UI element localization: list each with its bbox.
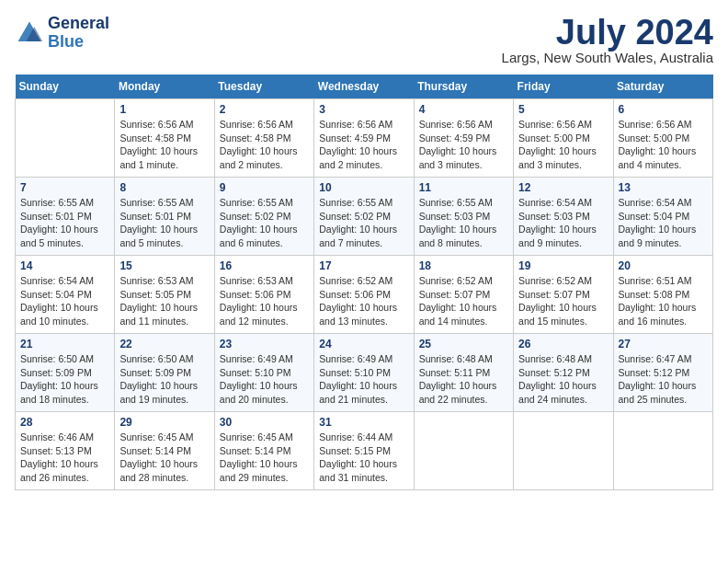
calendar-cell: 3Sunrise: 6:56 AM Sunset: 4:59 PM Daylig… [314, 99, 414, 178]
month-title: July 2024 [502, 15, 713, 50]
calendar-cell: 11Sunrise: 6:55 AM Sunset: 5:03 PM Dayli… [414, 178, 513, 256]
calendar-cell: 10Sunrise: 6:55 AM Sunset: 5:02 PM Dayli… [314, 178, 414, 256]
calendar-cell [613, 412, 712, 490]
day-number: 17 [319, 259, 408, 272]
day-number: 28 [20, 416, 109, 429]
day-number: 7 [20, 181, 109, 194]
day-number: 1 [119, 103, 209, 116]
day-info: Sunrise: 6:51 AM Sunset: 5:08 PM Dayligh… [619, 274, 708, 328]
day-info: Sunrise: 6:56 AM Sunset: 5:00 PM Dayligh… [619, 118, 708, 172]
calendar-cell: 25Sunrise: 6:48 AM Sunset: 5:11 PM Dayli… [414, 334, 513, 412]
calendar-cell: 1Sunrise: 6:56 AM Sunset: 4:58 PM Daylig… [115, 99, 214, 178]
day-info: Sunrise: 6:52 AM Sunset: 5:07 PM Dayligh… [518, 274, 608, 328]
calendar-cell: 2Sunrise: 6:56 AM Sunset: 4:58 PM Daylig… [214, 99, 313, 178]
calendar-cell: 9Sunrise: 6:55 AM Sunset: 5:02 PM Daylig… [214, 178, 313, 256]
calendar-cell: 26Sunrise: 6:48 AM Sunset: 5:12 PM Dayli… [514, 334, 613, 412]
calendar-cell: 19Sunrise: 6:52 AM Sunset: 5:07 PM Dayli… [514, 256, 613, 334]
day-info: Sunrise: 6:45 AM Sunset: 5:14 PM Dayligh… [119, 431, 209, 485]
logo-text-blue: Blue [48, 33, 109, 52]
day-info: Sunrise: 6:55 AM Sunset: 5:01 PM Dayligh… [119, 196, 209, 250]
day-info: Sunrise: 6:56 AM Sunset: 5:00 PM Dayligh… [518, 118, 608, 172]
day-number: 23 [220, 338, 309, 350]
calendar-cell: 27Sunrise: 6:47 AM Sunset: 5:12 PM Dayli… [613, 334, 712, 412]
logo-text-general: General [48, 15, 109, 33]
logo: General Blue [15, 15, 109, 52]
day-info: Sunrise: 6:45 AM Sunset: 5:14 PM Dayligh… [220, 431, 309, 485]
day-number: 14 [20, 259, 109, 272]
day-number: 13 [619, 181, 708, 194]
day-info: Sunrise: 6:47 AM Sunset: 5:12 PM Dayligh… [619, 352, 708, 407]
calendar-week-4: 21Sunrise: 6:50 AM Sunset: 5:09 PM Dayli… [16, 334, 713, 412]
title-block: July 2024 Largs, New South Wales, Austra… [502, 15, 713, 65]
day-info: Sunrise: 6:48 AM Sunset: 5:11 PM Dayligh… [419, 352, 508, 407]
day-number: 30 [220, 416, 309, 429]
day-info: Sunrise: 6:52 AM Sunset: 5:07 PM Dayligh… [419, 274, 508, 328]
calendar-week-3: 14Sunrise: 6:54 AM Sunset: 5:04 PM Dayli… [16, 256, 713, 334]
calendar-week-2: 7Sunrise: 6:55 AM Sunset: 5:01 PM Daylig… [16, 178, 713, 256]
column-header-wednesday: Wednesday [314, 75, 414, 99]
calendar-cell: 29Sunrise: 6:45 AM Sunset: 5:14 PM Dayli… [115, 412, 214, 490]
day-number: 19 [518, 259, 608, 272]
calendar-header-row: SundayMondayTuesdayWednesdayThursdayFrid… [16, 75, 713, 99]
day-info: Sunrise: 6:49 AM Sunset: 5:10 PM Dayligh… [220, 352, 309, 407]
day-number: 11 [419, 181, 508, 194]
day-number: 16 [220, 259, 309, 272]
day-info: Sunrise: 6:55 AM Sunset: 5:03 PM Dayligh… [419, 196, 508, 250]
calendar-cell: 17Sunrise: 6:52 AM Sunset: 5:06 PM Dayli… [314, 256, 414, 334]
column-header-friday: Friday [514, 75, 613, 99]
day-number: 5 [518, 103, 608, 116]
day-info: Sunrise: 6:53 AM Sunset: 5:05 PM Dayligh… [119, 274, 209, 328]
day-number: 20 [619, 259, 708, 272]
column-header-saturday: Saturday [613, 75, 712, 99]
day-number: 9 [220, 181, 309, 194]
calendar-cell: 7Sunrise: 6:55 AM Sunset: 5:01 PM Daylig… [16, 178, 115, 256]
day-info: Sunrise: 6:48 AM Sunset: 5:12 PM Dayligh… [518, 352, 608, 407]
column-header-sunday: Sunday [16, 75, 115, 99]
calendar-cell [514, 412, 613, 490]
calendar-cell: 23Sunrise: 6:49 AM Sunset: 5:10 PM Dayli… [214, 334, 313, 412]
calendar-cell: 28Sunrise: 6:46 AM Sunset: 5:13 PM Dayli… [16, 412, 115, 490]
day-number: 21 [20, 338, 109, 350]
day-info: Sunrise: 6:50 AM Sunset: 5:09 PM Dayligh… [119, 352, 209, 407]
day-number: 26 [518, 338, 608, 350]
day-number: 18 [419, 259, 508, 272]
day-info: Sunrise: 6:55 AM Sunset: 5:02 PM Dayligh… [319, 196, 408, 250]
day-info: Sunrise: 6:56 AM Sunset: 4:59 PM Dayligh… [319, 118, 408, 172]
calendar-table: SundayMondayTuesdayWednesdayThursdayFrid… [15, 75, 713, 490]
day-info: Sunrise: 6:56 AM Sunset: 4:58 PM Dayligh… [119, 118, 209, 172]
location-title: Largs, New South Wales, Australia [502, 50, 713, 65]
day-info: Sunrise: 6:44 AM Sunset: 5:15 PM Dayligh… [319, 431, 408, 485]
calendar-cell: 13Sunrise: 6:54 AM Sunset: 5:04 PM Dayli… [613, 178, 712, 256]
day-number: 2 [220, 103, 309, 116]
day-info: Sunrise: 6:56 AM Sunset: 4:59 PM Dayligh… [419, 118, 508, 172]
day-info: Sunrise: 6:54 AM Sunset: 5:04 PM Dayligh… [20, 274, 109, 328]
day-number: 3 [319, 103, 408, 116]
calendar-cell: 15Sunrise: 6:53 AM Sunset: 5:05 PM Dayli… [115, 256, 214, 334]
day-number: 27 [619, 338, 708, 350]
day-info: Sunrise: 6:54 AM Sunset: 5:04 PM Dayligh… [619, 196, 708, 250]
day-number: 31 [319, 416, 408, 429]
day-info: Sunrise: 6:56 AM Sunset: 4:58 PM Dayligh… [220, 118, 309, 172]
day-number: 24 [319, 338, 408, 350]
calendar-cell [16, 99, 115, 178]
day-info: Sunrise: 6:55 AM Sunset: 5:01 PM Dayligh… [20, 196, 109, 250]
calendar-week-1: 1Sunrise: 6:56 AM Sunset: 4:58 PM Daylig… [16, 99, 713, 178]
calendar-cell: 16Sunrise: 6:53 AM Sunset: 5:06 PM Dayli… [214, 256, 313, 334]
day-number: 4 [419, 103, 508, 116]
calendar-cell: 24Sunrise: 6:49 AM Sunset: 5:10 PM Dayli… [314, 334, 414, 412]
day-number: 29 [119, 416, 209, 429]
day-info: Sunrise: 6:53 AM Sunset: 5:06 PM Dayligh… [220, 274, 309, 328]
day-info: Sunrise: 6:52 AM Sunset: 5:06 PM Dayligh… [319, 274, 408, 328]
calendar-cell: 4Sunrise: 6:56 AM Sunset: 4:59 PM Daylig… [414, 99, 513, 178]
calendar-cell: 20Sunrise: 6:51 AM Sunset: 5:08 PM Dayli… [613, 256, 712, 334]
day-number: 8 [119, 181, 209, 194]
day-number: 12 [518, 181, 608, 194]
calendar-cell: 5Sunrise: 6:56 AM Sunset: 5:00 PM Daylig… [514, 99, 613, 178]
column-header-tuesday: Tuesday [214, 75, 313, 99]
day-number: 25 [419, 338, 508, 350]
calendar-cell: 12Sunrise: 6:54 AM Sunset: 5:03 PM Dayli… [514, 178, 613, 256]
calendar-cell: 18Sunrise: 6:52 AM Sunset: 5:07 PM Dayli… [414, 256, 513, 334]
column-header-monday: Monday [115, 75, 214, 99]
calendar-cell: 31Sunrise: 6:44 AM Sunset: 5:15 PM Dayli… [314, 412, 414, 490]
day-info: Sunrise: 6:50 AM Sunset: 5:09 PM Dayligh… [20, 352, 109, 407]
